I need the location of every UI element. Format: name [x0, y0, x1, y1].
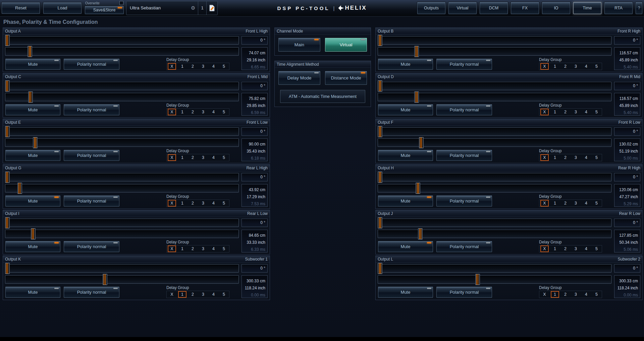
polarity-button[interactable]: Polarity normal: [436, 104, 492, 116]
delay-group-option-1[interactable]: 1: [178, 109, 186, 115]
nav-button-io[interactable]: IO: [542, 2, 571, 14]
delay-group-option-2[interactable]: 2: [561, 245, 570, 252]
phase-value[interactable]: 0 °: [614, 264, 640, 273]
delay-group-option-5[interactable]: 5: [220, 109, 228, 115]
phase-value[interactable]: 0 °: [241, 36, 268, 45]
phase-slider[interactable]: [378, 82, 611, 90]
phase-slider[interactable]: [378, 36, 611, 45]
distance-value[interactable]: 116.57 cm 45.89 inch 5.40 ms: [614, 93, 640, 116]
phase-slider[interactable]: [378, 219, 611, 227]
distance-slider-handle[interactable]: [416, 183, 420, 194]
phase-slider[interactable]: [5, 82, 239, 90]
delay-group-option-5[interactable]: 5: [220, 63, 228, 70]
phase-slider[interactable]: [5, 173, 239, 181]
polarity-button[interactable]: Polarity normal: [63, 104, 120, 116]
phase-slider-handle[interactable]: [5, 263, 10, 274]
phase-value[interactable]: 0 °: [241, 127, 268, 136]
phase-value[interactable]: 0 °: [241, 264, 268, 273]
distance-value[interactable]: 300.33 cm 118.24 inch 0.00 ms: [614, 275, 640, 298]
delay-group-option-3[interactable]: 3: [572, 245, 580, 252]
phase-slider[interactable]: [5, 219, 239, 227]
delay-group-option-3[interactable]: 3: [199, 63, 207, 70]
distance-value[interactable]: 74.07 cm 29.16 inch 6.65 ms: [241, 47, 268, 70]
distance-slider-handle[interactable]: [475, 274, 480, 285]
distance-slider-handle[interactable]: [419, 137, 423, 148]
polarity-button[interactable]: Polarity normal: [436, 241, 492, 252]
delay-group-option-1[interactable]: 1: [178, 154, 186, 161]
delay-group-option-3[interactable]: 3: [572, 109, 580, 115]
distance-value[interactable]: 90.00 cm 35.43 inch 6.18 ms: [241, 138, 268, 161]
phase-value[interactable]: 0 °: [241, 173, 268, 181]
polarity-button[interactable]: Polarity normal: [436, 150, 492, 161]
delay-group-option-5[interactable]: 5: [220, 154, 228, 161]
phase-value[interactable]: 0 °: [614, 127, 640, 136]
distance-slider[interactable]: [378, 184, 611, 192]
mute-button[interactable]: Mute: [378, 58, 433, 70]
phase-value[interactable]: 0 °: [241, 219, 268, 227]
distance-slider-handle[interactable]: [33, 137, 37, 148]
distance-slider-handle[interactable]: [31, 228, 36, 239]
polarity-button[interactable]: Polarity normal: [63, 150, 120, 161]
phase-slider-handle[interactable]: [378, 172, 382, 183]
distance-slider-handle[interactable]: [18, 183, 22, 194]
nav-button-rta[interactable]: RTA: [604, 2, 633, 14]
delay-group-option-2[interactable]: 2: [561, 200, 570, 207]
delay-group-option-3[interactable]: 3: [199, 245, 207, 252]
distance-slider[interactable]: [378, 275, 611, 284]
delay-group-option-x[interactable]: X: [168, 63, 176, 70]
nav-button-virtual[interactable]: Virtual: [448, 2, 477, 14]
phase-slider[interactable]: [5, 264, 239, 273]
nav-button-outputs[interactable]: Outputs: [417, 2, 446, 14]
preset-name-field[interactable]: Ultra Sebastian: [126, 1, 190, 15]
delay-group-option-x[interactable]: X: [540, 291, 549, 298]
distance-value[interactable]: 130.02 cm 51.19 inch 5.00 ms: [614, 138, 640, 161]
delay-group-option-3[interactable]: 3: [572, 154, 580, 161]
delay-group-option-5[interactable]: 5: [592, 245, 601, 252]
polarity-button[interactable]: Polarity normal: [436, 195, 492, 207]
phase-slider-handle[interactable]: [378, 217, 382, 228]
mute-button[interactable]: Mute: [5, 195, 61, 207]
delay-group-option-x[interactable]: X: [540, 200, 549, 207]
nav-button-dcm[interactable]: DCM: [479, 2, 508, 14]
delay-group-option-4[interactable]: 4: [582, 63, 590, 70]
delay-group-option-4[interactable]: 4: [582, 291, 590, 298]
polarity-button[interactable]: Polarity normal: [436, 58, 492, 70]
polarity-button[interactable]: Polarity normal: [436, 286, 492, 298]
distance-slider-handle[interactable]: [28, 46, 32, 57]
delay-group-option-2[interactable]: 2: [189, 109, 197, 115]
delay-group-option-2[interactable]: 2: [189, 291, 197, 298]
delay-group-option-x[interactable]: X: [540, 63, 549, 70]
delay-group-option-4[interactable]: 4: [582, 109, 590, 115]
delay-group-option-5[interactable]: 5: [592, 154, 601, 161]
delay-group-option-3[interactable]: 3: [199, 154, 207, 161]
help-button[interactable]: ?: [635, 2, 643, 14]
delay-group-option-5[interactable]: 5: [592, 109, 601, 115]
mute-button[interactable]: Mute: [5, 58, 61, 70]
delay-group-option-4[interactable]: 4: [582, 154, 590, 161]
delay-group-option-2[interactable]: 2: [189, 63, 197, 70]
nav-button-fx[interactable]: FX: [511, 2, 539, 14]
polarity-button[interactable]: Polarity normal: [63, 58, 120, 70]
delay-group-option-1[interactable]: 1: [551, 63, 559, 70]
phase-slider[interactable]: [5, 36, 239, 45]
edit-document-icon[interactable]: [207, 1, 217, 15]
preset-slot-number[interactable]: 1: [198, 1, 206, 15]
load-button[interactable]: Load: [43, 2, 82, 14]
distance-slider[interactable]: [5, 230, 239, 238]
distance-value[interactable]: 84.65 cm 33.33 inch 6.33 ms: [241, 230, 268, 252]
delay-group-option-3[interactable]: 3: [199, 291, 207, 298]
delay-group-option-3[interactable]: 3: [572, 63, 580, 70]
distance-value[interactable]: 127.85 cm 50.34 inch 5.06 ms: [614, 230, 640, 252]
phase-slider-handle[interactable]: [378, 80, 382, 92]
mute-button[interactable]: Mute: [378, 104, 433, 116]
phase-slider[interactable]: [378, 264, 611, 273]
distance-slider[interactable]: [378, 230, 611, 238]
delay-group-option-3[interactable]: 3: [572, 200, 580, 207]
delay-group-option-1[interactable]: 1: [551, 154, 559, 161]
delay-group-option-1[interactable]: 1: [551, 291, 559, 298]
nav-button-time[interactable]: Time: [573, 2, 602, 14]
phase-slider-handle[interactable]: [5, 126, 10, 137]
atm-button[interactable]: ATM - Automatic Time Measurement: [280, 90, 366, 103]
mute-button[interactable]: Mute: [378, 150, 433, 161]
distance-slider-handle[interactable]: [415, 46, 419, 57]
